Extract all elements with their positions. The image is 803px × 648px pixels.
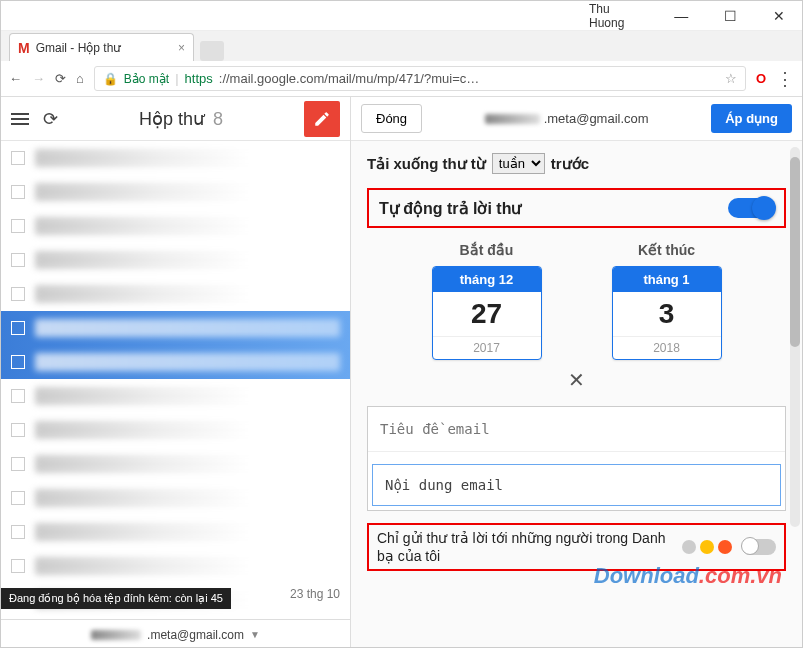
app-main: ⟳ Hộp thư 8 23 thg 10 (1, 97, 802, 648)
tab-close-button[interactable]: × (178, 41, 185, 55)
account-suffix: .meta@gmail.com (147, 628, 244, 642)
home-button[interactable]: ⌂ (76, 71, 84, 86)
reload-button[interactable]: ⟳ (55, 71, 66, 86)
mail-row[interactable] (1, 481, 350, 515)
mail-row-selected[interactable] (1, 311, 350, 345)
autoreply-form (367, 406, 786, 511)
download-period-select[interactable]: tuần (492, 153, 545, 174)
contacts-only-toggle[interactable] (742, 539, 776, 555)
inbox-label: Hộp thư (139, 109, 204, 129)
mail-row[interactable] (1, 413, 350, 447)
mail-timestamp: 23 thg 10 (290, 587, 340, 601)
refresh-icon[interactable]: ⟳ (43, 108, 58, 130)
url-path: ://mail.google.com/mail/mu/mp/471/?mui=c… (219, 71, 479, 86)
mail-row[interactable] (1, 243, 350, 277)
sync-status: Đang đồng bộ hóa tệp đính kèm: còn lại 4… (1, 588, 231, 609)
apply-button[interactable]: Áp dụng (711, 104, 792, 133)
start-day: 27 (433, 292, 541, 336)
autoreply-toggle[interactable] (728, 198, 774, 218)
start-year: 2017 (433, 336, 541, 359)
start-month: tháng 12 (433, 267, 541, 292)
forward-button[interactable]: → (32, 71, 45, 86)
window-titlebar: Thu Huong — ☐ ✕ (1, 1, 802, 31)
mail-row[interactable] (1, 141, 350, 175)
mail-list[interactable]: 23 thg 10 (1, 141, 350, 619)
chevron-down-icon: ▼ (250, 629, 260, 640)
start-date-col: Bắt đầu tháng 12 27 2017 (432, 242, 542, 360)
browser-toolbar: ← → ⟳ ⌂ 🔒 Bảo mật | https://mail.google.… (1, 61, 802, 97)
window-maximize-button[interactable]: ☐ (716, 8, 745, 24)
mail-panel: ⟳ Hộp thư 8 23 thg 10 (1, 97, 351, 648)
date-range: Bắt đầu tháng 12 27 2017 Kết thúc tháng … (367, 242, 786, 360)
end-date-card[interactable]: tháng 1 3 2018 (612, 266, 722, 360)
mail-row[interactable] (1, 515, 350, 549)
start-date-label: Bắt đầu (432, 242, 542, 258)
mail-row[interactable] (1, 549, 350, 583)
bookmark-star-icon[interactable]: ☆ (725, 71, 737, 86)
start-date-card[interactable]: tháng 12 27 2017 (432, 266, 542, 360)
mail-row[interactable] (1, 379, 350, 413)
menu-icon[interactable] (11, 113, 29, 125)
subject-input[interactable] (368, 407, 785, 452)
settings-header: Đóng .meta@gmail.com Áp dụng (351, 97, 802, 141)
mail-row[interactable] (1, 209, 350, 243)
end-date-label: Kết thúc (612, 242, 722, 258)
browser-tabstrip: M Gmail - Hộp thư × (1, 31, 802, 61)
secure-label: Bảo mật (124, 72, 169, 86)
end-date-col: Kết thúc tháng 1 3 2018 (612, 242, 722, 360)
mail-row-selected[interactable] (1, 345, 350, 379)
settings-panel: Đóng .meta@gmail.com Áp dụng Tải xuống t… (351, 97, 802, 648)
contacts-only-highlight: Chỉ gửi thư trả lời tới những người tron… (367, 523, 786, 571)
end-month: tháng 1 (613, 267, 721, 292)
tab-title: Gmail - Hộp thư (36, 41, 122, 55)
mail-header: ⟳ Hộp thư 8 (1, 97, 350, 141)
new-tab-button[interactable] (200, 41, 224, 61)
back-button[interactable]: ← (9, 71, 22, 86)
window-minimize-button[interactable]: — (667, 8, 696, 24)
window-close-button[interactable]: ✕ (765, 8, 794, 24)
inbox-count: 8 (213, 109, 223, 129)
close-button[interactable]: Đóng (361, 104, 422, 133)
clear-end-date-button[interactable]: ✕ (367, 368, 786, 392)
browser-tab[interactable]: M Gmail - Hộp thư × (9, 33, 194, 61)
download-prefix: Tải xuống thư từ (367, 155, 486, 173)
url-scheme: https (185, 71, 213, 86)
scrollbar[interactable] (790, 147, 800, 527)
compose-button[interactable] (304, 101, 340, 137)
end-day: 3 (613, 292, 721, 336)
download-suffix: trước (551, 155, 589, 173)
color-dots (682, 540, 732, 554)
browser-menu-button[interactable]: ⋮ (776, 68, 794, 90)
body-input[interactable] (372, 464, 781, 506)
autoreply-label: Tự động trả lời thư (379, 199, 521, 218)
mail-row[interactable] (1, 175, 350, 209)
contacts-only-label: Chỉ gửi thư trả lời tới những người tron… (377, 529, 672, 565)
account-footer[interactable]: .meta@gmail.com ▼ (1, 619, 350, 648)
settings-account: .meta@gmail.com (432, 111, 701, 126)
settings-body: Tải xuống thư từ tuần trước Tự động trả … (351, 141, 802, 648)
account-name-blur (91, 630, 141, 640)
window-user: Thu Huong (589, 2, 647, 30)
autoreply-highlight: Tự động trả lời thư (367, 188, 786, 228)
mail-row[interactable] (1, 277, 350, 311)
end-year: 2018 (613, 336, 721, 359)
address-bar[interactable]: 🔒 Bảo mật | https://mail.google.com/mail… (94, 66, 746, 91)
opera-icon[interactable]: O (756, 71, 766, 86)
gmail-icon: M (18, 40, 30, 56)
lock-icon: 🔒 (103, 72, 118, 86)
mail-row[interactable] (1, 447, 350, 481)
download-mail-row: Tải xuống thư từ tuần trước (367, 153, 786, 174)
inbox-title: Hộp thư 8 (72, 108, 290, 130)
